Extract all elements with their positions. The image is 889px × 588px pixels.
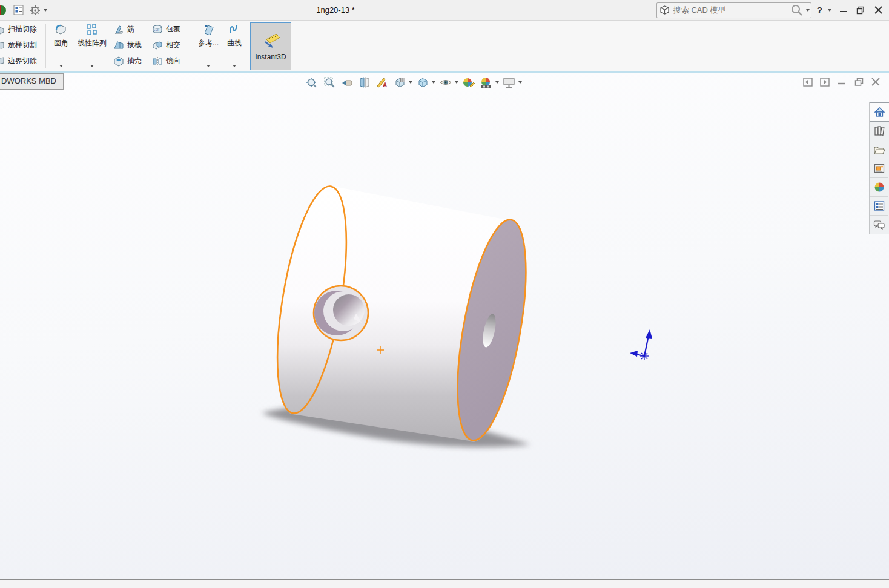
svg-text:cd: cd <box>154 28 158 32</box>
intersect-button[interactable]: 相交 <box>151 38 180 53</box>
status-bar <box>0 579 889 588</box>
swept-cut-label: 扫描切除 <box>8 24 37 35</box>
solidworks-window: 1ng20-13 * ? <box>0 0 889 588</box>
reference-geometry-label: 参考... <box>198 38 219 48</box>
swept-cut-button[interactable]: 扫描切除 <box>0 22 37 37</box>
model-canvas[interactable] <box>0 73 889 579</box>
rib-button[interactable]: 筋 <box>113 22 142 37</box>
doc-restore-button[interactable] <box>854 77 864 87</box>
hide-show-caret-icon[interactable] <box>455 81 458 84</box>
home-icon <box>874 107 885 117</box>
instant3d-toggle-button[interactable]: Instant3D <box>250 22 291 70</box>
custom-properties-icon <box>874 200 885 211</box>
view-palette-icon <box>874 163 885 174</box>
task-pane-custom-properties-tab[interactable] <box>870 197 888 216</box>
apply-scene-caret-icon[interactable] <box>495 81 499 84</box>
boundary-cut-button[interactable]: 边界切除 <box>0 53 37 68</box>
boundary-cut-icon <box>0 56 5 67</box>
curves-icon <box>227 22 242 37</box>
linear-pattern-label: 线性阵列 <box>78 38 107 48</box>
side-hole[interactable] <box>314 286 368 340</box>
draft-button[interactable]: 拔模 <box>113 38 142 53</box>
mirror-icon <box>151 55 164 67</box>
folder-icon <box>873 145 885 155</box>
display-style-caret-icon[interactable] <box>432 81 435 84</box>
search-input[interactable] <box>672 5 788 15</box>
reference-caret-icon[interactable] <box>207 65 210 67</box>
hide-show-annotations-icon[interactable]: A <box>375 76 389 89</box>
reference-geometry-button[interactable]: 参考... <box>196 22 221 70</box>
graphics-viewport[interactable]: DWORKS MBD A <box>0 73 889 579</box>
help-caret-icon[interactable] <box>828 9 831 12</box>
view-settings-caret-icon[interactable] <box>518 81 522 84</box>
titlebar: 1ng20-13 * ? <box>0 0 889 21</box>
lofted-cut-button[interactable]: 放样切割 <box>0 38 37 53</box>
curves-button[interactable]: 曲线 <box>222 22 247 70</box>
command-manager-ribbon: 扫描切除 放样切割 边界切除 圆角 <box>0 21 889 73</box>
intersect-icon <box>151 39 164 51</box>
task-pane-home-tab[interactable] <box>870 102 889 122</box>
reference-geometry-icon <box>201 22 216 37</box>
intersect-label: 相交 <box>166 40 180 50</box>
rib-label: 筋 <box>127 24 134 35</box>
search-icon[interactable] <box>790 4 804 17</box>
collapse-right-pane-icon[interactable] <box>820 77 830 87</box>
forum-chat-icon <box>873 220 885 230</box>
fillet-button[interactable]: 圆角 <box>48 22 74 70</box>
document-tab[interactable]: DWORKS MBD <box>0 73 64 90</box>
shell-button[interactable]: 抽壳 <box>113 53 142 68</box>
doc-minimize-button[interactable] <box>837 77 847 87</box>
mirror-button[interactable]: 镜向 <box>151 53 180 68</box>
linear-pattern-button[interactable]: 线性阵列 <box>74 22 110 70</box>
linear-pattern-icon <box>85 22 99 37</box>
task-pane-design-library-tab[interactable] <box>870 122 888 140</box>
zoom-to-fit-icon[interactable] <box>305 76 319 89</box>
design-library-icon <box>874 125 885 136</box>
wrap-icon: cd <box>151 24 164 36</box>
search-box[interactable] <box>656 2 811 18</box>
document-window-controls <box>803 77 881 87</box>
apply-scene-icon[interactable] <box>479 76 494 89</box>
task-pane-forum-tab[interactable] <box>870 216 888 234</box>
appearances-sphere-icon <box>874 182 885 193</box>
linear-pattern-caret-icon[interactable] <box>90 65 94 67</box>
fillet-caret-icon[interactable] <box>59 65 63 67</box>
task-pane-file-explorer-tab[interactable] <box>870 140 888 159</box>
restore-button[interactable] <box>854 4 867 17</box>
window-title: 1ng20-13 * <box>0 0 671 20</box>
view-orientation-icon[interactable] <box>392 76 407 89</box>
help-button[interactable]: ? <box>817 5 822 15</box>
draft-label: 拔模 <box>127 40 142 50</box>
task-pane-appearances-tab[interactable] <box>870 178 888 197</box>
section-view-icon[interactable] <box>357 76 372 89</box>
curves-label: 曲线 <box>227 38 242 48</box>
instant3d-icon <box>260 32 281 50</box>
collapse-left-pane-icon[interactable] <box>803 77 813 87</box>
shell-icon <box>113 55 125 67</box>
zoom-to-area-icon[interactable] <box>322 76 337 89</box>
lofted-cut-icon <box>0 40 5 51</box>
model-cube-icon <box>659 5 670 15</box>
view-settings-icon[interactable] <box>502 76 517 89</box>
close-button[interactable] <box>872 4 884 17</box>
curves-caret-icon[interactable] <box>233 65 236 67</box>
doc-close-button[interactable] <box>871 77 881 87</box>
lofted-cut-label: 放样切割 <box>8 40 37 50</box>
display-style-icon[interactable] <box>415 76 430 89</box>
shell-label: 抽壳 <box>127 56 142 66</box>
edit-appearance-icon[interactable] <box>461 76 476 89</box>
view-orientation-caret-icon[interactable] <box>409 81 412 84</box>
previous-view-icon[interactable] <box>340 76 354 89</box>
mirror-label: 镜向 <box>166 56 180 66</box>
draft-icon <box>113 39 125 51</box>
wrap-button[interactable]: cd 包覆 <box>151 22 180 37</box>
hide-show-items-icon[interactable] <box>438 76 453 89</box>
svg-text:A: A <box>383 82 387 88</box>
boundary-cut-label: 边界切除 <box>8 56 37 66</box>
search-options-caret-icon[interactable] <box>806 9 810 12</box>
model-cylinder[interactable] <box>264 182 539 446</box>
heads-up-view-toolbar: A <box>305 75 522 90</box>
minimize-button[interactable] <box>837 4 849 17</box>
origin-triad <box>630 329 652 360</box>
task-pane-view-palette-tab[interactable] <box>870 159 888 178</box>
